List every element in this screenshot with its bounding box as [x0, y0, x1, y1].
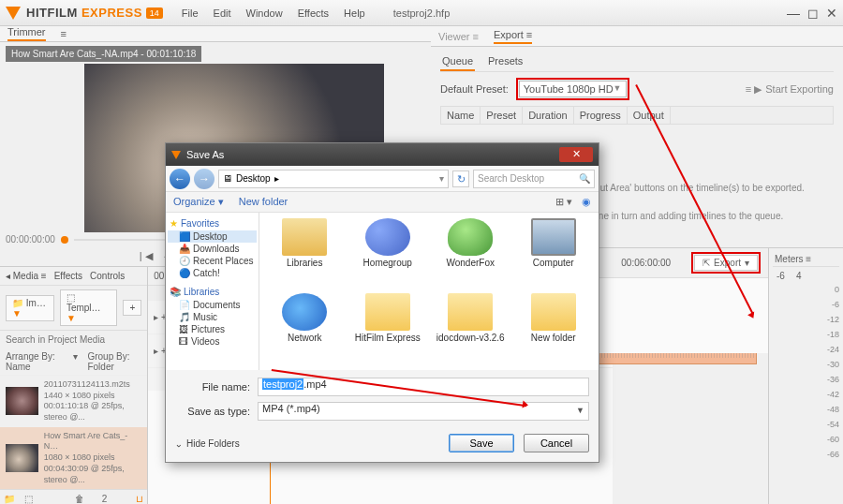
app-header: HITFILM EXPRESS 14 File Edit Window Effe… [0, 0, 843, 26]
desktop-icon: 🖥 [223, 173, 232, 184]
tree-videos[interactable]: 🎞 Videos [168, 335, 257, 348]
tree-pictures[interactable]: 🖼 Pictures [168, 323, 257, 335]
dialog-titlebar[interactable]: Save As ✕ [166, 143, 599, 166]
file-homegroup[interactable]: Homegroup [347, 216, 430, 291]
footer-tab[interactable]: ⬚ Composite … [24, 494, 69, 504]
group-by[interactable]: Group By: Folder [87, 351, 141, 372]
minimize-icon[interactable]: — [787, 6, 800, 21]
tree-catch[interactable]: 🔵 Catch! [168, 267, 257, 279]
app-logo-icon [6, 7, 21, 20]
file-computer[interactable]: Computer [512, 216, 596, 291]
timeline-export-button[interactable]: ⇱ Export ▾ [694, 255, 758, 271]
media-clip-item[interactable]: 20110731124113.m2ts 1440 × 1080 pixels 0… [0, 376, 147, 427]
queue-columns: NamePreset DurationProgress Output [440, 106, 834, 125]
filename-label: File name: [175, 381, 250, 393]
cancel-button[interactable]: Cancel [524, 434, 589, 452]
filetype-label: Save as type: [175, 406, 250, 417]
project-name: testproj2.hfp [393, 7, 451, 19]
tree-documents[interactable]: 📄 Documents [168, 299, 257, 311]
help-button[interactable]: ◉ [582, 196, 591, 208]
tree-downloads[interactable]: 📥 Downloads [168, 243, 257, 255]
new-button[interactable]: + [123, 300, 141, 316]
maximize-icon[interactable]: ◻ [807, 6, 819, 21]
view-options-button[interactable]: ⊞ ▾ [555, 196, 572, 208]
file-newfolder[interactable]: New folder [512, 291, 596, 366]
nav-forward-button[interactable]: → [194, 169, 214, 189]
tab-queue[interactable]: Queue [440, 52, 475, 71]
media-thumbnail [6, 444, 38, 472]
footer-tab[interactable]: 🗑 Re… [75, 494, 96, 504]
meters-panel: Meters ≡ -64 0-6 -12-18 -24-30 -36-42 -4… [768, 248, 843, 504]
file-wonderfox[interactable]: WonderFox [429, 216, 512, 291]
arrange-by[interactable]: Arrange By: Name [6, 351, 64, 372]
default-preset-select[interactable]: YouTube 1080p HD [519, 81, 627, 97]
default-preset-label: Default Preset: [440, 83, 509, 95]
tree-music[interactable]: 🎵 Music [168, 311, 257, 323]
dialog-search-input[interactable]: Search Desktop🔍 [473, 170, 595, 188]
refresh-button[interactable]: ↻ [452, 170, 469, 187]
new-folder-button[interactable]: New folder [239, 196, 288, 208]
panel-menu-icon[interactable]: ≡ [61, 28, 67, 39]
menu-file[interactable]: File [182, 7, 199, 19]
menu-bar: File Edit Window Effects Help [182, 7, 365, 19]
save-button[interactable]: Save [449, 434, 514, 452]
dialog-title: Save As [186, 149, 224, 160]
filetype-select[interactable]: MP4 (*.mp4) [258, 402, 589, 421]
time-start: 00:00:00:00 [6, 234, 55, 245]
tab-presets[interactable]: Presets [486, 52, 525, 71]
window-controls: — ◻ ✕ [787, 6, 837, 21]
search-media-input[interactable] [0, 331, 147, 348]
start-exporting-button[interactable]: ≡ ▶ Start Exporting [746, 83, 834, 96]
footer-tab[interactable]: 📁 F… [4, 494, 19, 504]
dialog-close-button[interactable]: ✕ [559, 147, 593, 162]
menu-window[interactable]: Window [246, 7, 283, 19]
organize-button[interactable]: Organize ▾ [173, 196, 224, 208]
tree-recent[interactable]: 🕘 Recent Places [168, 255, 257, 267]
tab-effects[interactable]: Effects [54, 271, 82, 281]
magnet-icon[interactable]: ⊔ [136, 494, 143, 504]
trimmer-clip-label: How Smart Are Cats_-NA.mp4 - 00:01:10:18 [6, 46, 201, 62]
file-idocdown[interactable]: idocdown-v3.2.6 [429, 291, 512, 366]
filename-input[interactable]: testproj2.mp4 [258, 378, 589, 396]
hide-folders-button[interactable]: Hide Folders [175, 438, 240, 449]
nav-back-button[interactable]: ← [170, 169, 190, 189]
tree-desktop[interactable]: 🟦 Desktop [168, 230, 257, 243]
file-libraries[interactable]: Libraries [263, 216, 347, 291]
app-brand: HITFILM EXPRESS [26, 6, 142, 20]
menu-effects[interactable]: Effects [298, 7, 329, 19]
dialog-tree[interactable]: ★Favorites 🟦 Desktop 📥 Downloads 🕘 Recen… [166, 213, 259, 370]
item-count: 2 item(s) [102, 494, 131, 504]
templates-button[interactable]: ⬚ Templ… [60, 289, 118, 326]
tab-viewer[interactable]: Viewer ≡ [438, 31, 479, 42]
save-as-dialog: Save As ✕ ← → 🖥 Desktop ▸ ↻ Search Deskt… [165, 142, 599, 463]
menu-edit[interactable]: Edit [214, 7, 231, 19]
file-hitfilm[interactable]: HitFilm Express [347, 291, 430, 366]
import-button[interactable]: 📁 Im… [6, 295, 54, 321]
media-thumbnail [6, 387, 38, 415]
media-clip-item[interactable]: How Smart Are Cats_-N… 1080 × 1080 pixel… [0, 427, 147, 489]
trimmer-tab[interactable]: Trimmer≡ [0, 26, 431, 42]
media-panel: ◂ Media ≡ Effects Controls 📁 Im… ⬚ Templ… [0, 267, 148, 504]
tab-controls[interactable]: Controls [90, 271, 125, 281]
menu-help[interactable]: Help [344, 7, 365, 19]
close-icon[interactable]: ✕ [826, 6, 837, 21]
file-network[interactable]: Network [263, 291, 347, 366]
tab-export[interactable]: Export ≡ [494, 29, 532, 44]
version-badge: 14 [146, 7, 163, 19]
path-bar[interactable]: 🖥 Desktop ▸ [218, 170, 449, 188]
tab-media[interactable]: ◂ Media ≡ [6, 271, 47, 281]
